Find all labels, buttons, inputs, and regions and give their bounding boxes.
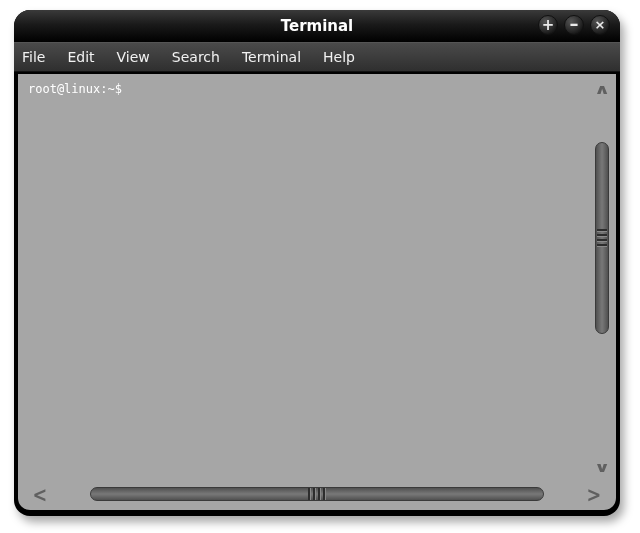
terminal-body[interactable]: root@linux:~$: [22, 78, 588, 480]
titlebar[interactable]: Terminal + – ×: [14, 10, 620, 42]
prompt-text: root@linux:~$: [28, 82, 129, 96]
window-title: Terminal: [281, 10, 354, 42]
menu-terminal[interactable]: Terminal: [242, 49, 301, 65]
menu-file[interactable]: File: [22, 49, 45, 65]
horizontal-scrollbar: < >: [50, 484, 584, 504]
horizontal-scroll-thumb[interactable]: [90, 487, 544, 501]
vertical-scrollbar: ∧ ∨: [592, 78, 612, 478]
menu-edit[interactable]: Edit: [67, 49, 94, 65]
menu-search[interactable]: Search: [172, 49, 220, 65]
close-button[interactable]: ×: [590, 15, 610, 35]
terminal-window: Terminal + – × File Edit View Search Ter…: [14, 10, 620, 516]
scroll-left-button[interactable]: <: [29, 484, 51, 504]
horizontal-grip-icon: [308, 490, 326, 498]
menu-help[interactable]: Help: [323, 49, 355, 65]
horizontal-scroll-track[interactable]: [60, 485, 574, 503]
scroll-down-button[interactable]: ∨: [592, 459, 612, 474]
scroll-up-button[interactable]: ∧: [592, 81, 612, 96]
add-tab-button[interactable]: +: [538, 15, 558, 35]
titlebar-buttons: + – ×: [538, 15, 610, 35]
content-area: root@linux:~$ ∧ ∨ < >: [18, 74, 616, 510]
vertical-scroll-track[interactable]: [593, 102, 611, 454]
scroll-right-button[interactable]: >: [583, 484, 605, 504]
menubar: File Edit View Search Terminal Help: [14, 42, 620, 72]
vertical-grip-icon: [599, 229, 605, 247]
menu-view[interactable]: View: [117, 49, 150, 65]
vertical-scroll-thumb[interactable]: [595, 142, 609, 334]
minimize-button[interactable]: –: [564, 15, 584, 35]
